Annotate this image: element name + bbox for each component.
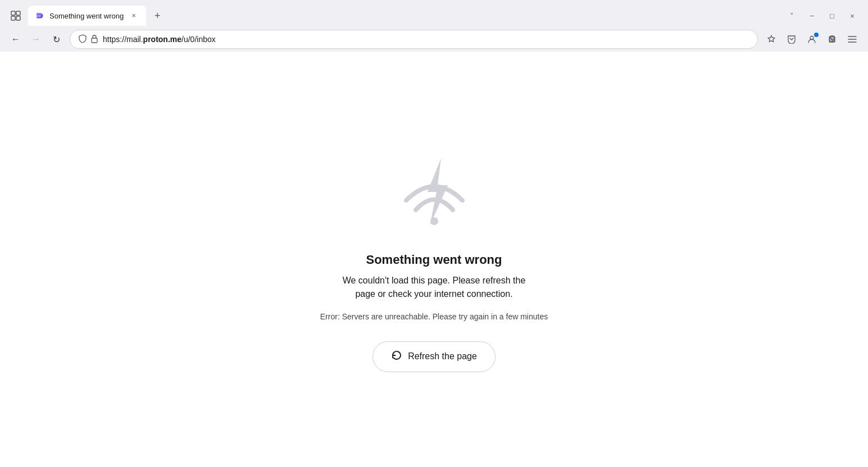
tab-favicon — [35, 11, 45, 21]
tab-close-button[interactable]: × — [128, 10, 139, 21]
wifi-error-icon — [389, 147, 479, 237]
error-title: Something went wrong — [366, 253, 502, 267]
page-content: Something went wrong We couldn't load th… — [0, 52, 868, 467]
title-bar: Something went wrong × + ˅ − □ × — [0, 0, 868, 27]
nav-bar: ← → ↻ https://mail.p — [0, 27, 868, 52]
minimize-button[interactable]: − — [803, 7, 821, 25]
menu-button[interactable] — [843, 30, 861, 48]
tab-bar-left: Something went wrong × + — [7, 6, 165, 26]
account-button[interactable] — [803, 30, 821, 48]
account-badge-dot — [814, 33, 819, 37]
svg-rect-5 — [92, 38, 97, 43]
title-bar-controls: ˅ − □ × — [783, 7, 861, 25]
tab-list-button[interactable]: ˅ — [783, 7, 801, 25]
back-button[interactable]: ← — [7, 30, 25, 48]
browser-chrome: Something went wrong × + ˅ − □ × ← → ↻ — [0, 0, 868, 52]
tab-title: Something went wrong — [49, 12, 124, 20]
forward-button[interactable]: → — [27, 30, 45, 48]
refresh-icon — [391, 350, 402, 364]
refresh-page-button[interactable]: Refresh the page — [372, 341, 496, 372]
nav-right-icons — [762, 30, 861, 48]
error-detail: Error: Servers are unreachable. Please t… — [320, 312, 548, 321]
address-security-icons — [78, 34, 98, 45]
svg-rect-1 — [11, 16, 15, 20]
lock-icon — [90, 34, 98, 45]
error-illustration — [389, 147, 479, 237]
bookmark-button[interactable] — [762, 30, 780, 48]
shield-icon — [78, 34, 87, 45]
refresh-button-label: Refresh the page — [408, 351, 477, 361]
maximize-button[interactable]: □ — [823, 7, 841, 25]
error-subtitle: We couldn't load this page. Please refre… — [343, 274, 526, 301]
active-tab[interactable]: Something went wrong × — [28, 6, 146, 26]
address-bar[interactable]: https://mail.proton.me/u/0/inbox — [70, 30, 758, 49]
extensions-button[interactable] — [823, 30, 841, 48]
pocket-button[interactable] — [783, 30, 801, 48]
address-text: https://mail.proton.me/u/0/inbox — [103, 35, 749, 44]
svg-rect-2 — [16, 11, 20, 15]
close-window-button[interactable]: × — [843, 7, 861, 25]
svg-rect-3 — [16, 16, 20, 20]
svg-rect-0 — [11, 11, 15, 15]
new-tab-button[interactable]: + — [149, 8, 165, 24]
refresh-nav-button[interactable]: ↻ — [47, 30, 65, 48]
window-icon[interactable] — [7, 7, 25, 25]
